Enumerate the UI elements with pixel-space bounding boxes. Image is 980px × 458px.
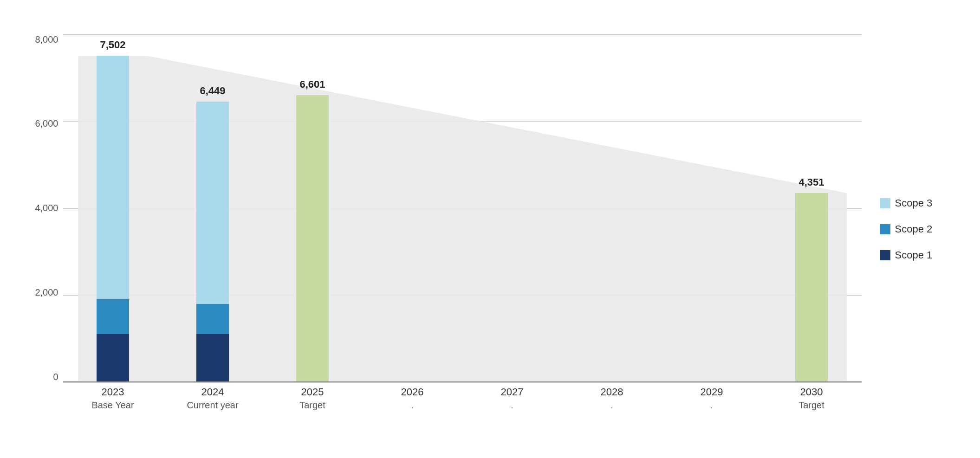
bar-value-label: 4,351 xyxy=(798,176,824,188)
x-sublabel: Target xyxy=(798,400,824,411)
scope3-segment xyxy=(97,56,129,299)
y-tick: 0 xyxy=(53,372,58,382)
x-sublabel: Base Year xyxy=(91,400,134,411)
y-tick: 6,000 xyxy=(35,118,58,129)
target-segment xyxy=(296,95,329,382)
x-group: 2025Target xyxy=(263,382,363,438)
x-group: 2026. xyxy=(363,382,462,438)
bar-value-label: 7,502 xyxy=(100,39,125,51)
x-sublabel: Current year xyxy=(187,400,238,411)
x-year-label: 2026 xyxy=(401,386,424,398)
bar-group xyxy=(462,34,562,382)
x-axis: 2023Base Year2024Current year2025Target2… xyxy=(63,382,862,438)
legend-swatch xyxy=(880,198,890,208)
y-tick: 2,000 xyxy=(35,287,58,298)
bar-value-label: 6,449 xyxy=(200,85,225,97)
scope3-segment xyxy=(196,102,229,304)
bar-stack: 6,449 xyxy=(196,102,229,382)
bar-group: 4,351 xyxy=(762,34,862,382)
x-year-label: 2024 xyxy=(201,386,224,398)
x-year-label: 2030 xyxy=(800,386,823,398)
legend-item: Scope 1 xyxy=(880,249,954,261)
target-segment xyxy=(795,193,828,382)
x-sublabel: . xyxy=(411,400,414,411)
bar-group: 7,502 xyxy=(63,34,163,382)
bars-row: 7,5026,4496,6014,351 xyxy=(63,34,862,382)
legend-item: Scope 3 xyxy=(880,197,954,209)
scope2-segment xyxy=(196,304,229,335)
x-group: 2023Base Year xyxy=(63,382,163,438)
scope2-segment xyxy=(97,299,129,334)
x-year-label: 2023 xyxy=(102,386,124,398)
x-sublabel: . xyxy=(710,400,713,411)
x-group: 2024Current year xyxy=(163,382,263,438)
bar-group xyxy=(363,34,462,382)
x-year-label: 2028 xyxy=(601,386,623,398)
x-group: 2027. xyxy=(462,382,562,438)
chart-area: 8,0006,0004,0002,0000 7,5026,4496,6014,3… xyxy=(26,20,871,438)
bar-group: 6,601 xyxy=(263,34,363,382)
x-group: 2028. xyxy=(562,382,662,438)
legend-label: Scope 2 xyxy=(895,223,933,235)
legend-item: Scope 2 xyxy=(880,223,954,235)
y-axis: 8,0006,0004,0002,0000 xyxy=(26,34,63,382)
bar-group xyxy=(562,34,662,382)
bar-stack: 6,601 xyxy=(296,95,329,382)
bar-stack: 4,351 xyxy=(795,193,828,382)
x-sublabel: . xyxy=(511,400,513,411)
legend-swatch xyxy=(880,224,890,234)
x-group: 2030Target xyxy=(762,382,862,438)
scope1-segment xyxy=(97,334,129,382)
bar-group xyxy=(662,34,762,382)
x-year-label: 2029 xyxy=(701,386,723,398)
chart-container: 8,0006,0004,0002,0000 7,5026,4496,6014,3… xyxy=(26,20,954,438)
x-sublabel: . xyxy=(610,400,613,411)
legend-swatch xyxy=(880,250,890,260)
scope1-segment xyxy=(196,334,229,382)
legend-label: Scope 1 xyxy=(895,249,933,261)
legend-area: Scope 3Scope 2Scope 1 xyxy=(871,20,954,438)
y-tick: 8,000 xyxy=(35,34,58,45)
bar-stack: 7,502 xyxy=(97,56,129,382)
legend-label: Scope 3 xyxy=(895,197,933,209)
x-year-label: 2027 xyxy=(501,386,524,398)
x-group: 2029. xyxy=(662,382,762,438)
y-tick: 4,000 xyxy=(35,203,58,213)
bar-value-label: 6,601 xyxy=(299,78,325,90)
chart-inner: 7,5026,4496,6014,351 xyxy=(63,34,862,382)
bar-group: 6,449 xyxy=(163,34,263,382)
x-sublabel: Target xyxy=(299,400,325,411)
x-year-label: 2025 xyxy=(301,386,324,398)
